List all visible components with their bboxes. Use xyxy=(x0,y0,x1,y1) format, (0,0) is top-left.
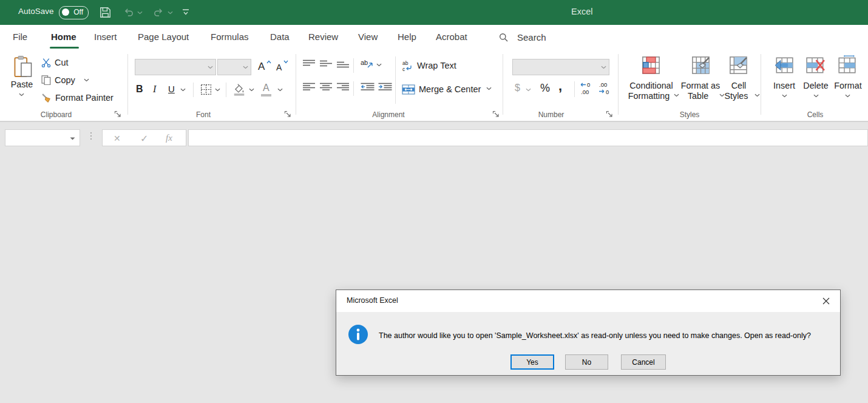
cancel-button[interactable]: Cancel xyxy=(621,354,666,370)
tab-page-layout[interactable]: Page Layout xyxy=(138,32,189,42)
merge-center-button[interactable]: Merge & Center xyxy=(402,82,481,97)
paste-button[interactable]: Paste xyxy=(8,80,35,89)
increase-font-size-button[interactable]: A xyxy=(258,61,265,73)
format-cells-icon[interactable] xyxy=(838,55,856,73)
tab-review[interactable]: Review xyxy=(308,32,338,42)
font-color-bar-icon xyxy=(261,94,271,97)
cancel-entry-icon: ✕ xyxy=(114,134,121,143)
undo-icon xyxy=(123,7,134,18)
insert-cells-icon[interactable] xyxy=(775,57,793,73)
divider xyxy=(226,83,226,97)
borders-dropdown-chevron-icon[interactable] xyxy=(215,88,220,92)
conditional-formatting-icon[interactable] xyxy=(642,56,660,74)
italic-button[interactable]: I xyxy=(153,84,156,95)
toggle-knob-icon xyxy=(62,8,69,16)
cell-styles-chevron-icon xyxy=(754,93,760,97)
format-cells-button[interactable]: Format xyxy=(832,81,864,90)
insert-dropdown-chevron-icon[interactable] xyxy=(782,94,787,98)
tab-acrobat[interactable]: Acrobat xyxy=(436,32,467,42)
format-painter-button[interactable]: Format Painter xyxy=(41,90,114,105)
fill-color-dropdown-chevron-icon[interactable] xyxy=(249,88,254,92)
tab-formulas[interactable]: Formulas xyxy=(211,32,249,42)
accounting-format-button[interactable]: $ xyxy=(515,83,520,93)
orientation-dropdown-chevron-icon[interactable] xyxy=(376,63,382,67)
font-color-dropdown-chevron-icon[interactable] xyxy=(277,88,283,92)
tab-view[interactable]: View xyxy=(358,32,378,42)
save-icon[interactable] xyxy=(100,7,111,18)
font-name-combo[interactable] xyxy=(135,59,216,75)
underline-button[interactable]: U xyxy=(168,84,175,94)
wrap-text-button[interactable]: ab c Wrap Text xyxy=(402,58,456,73)
number-dialog-launcher-icon[interactable] xyxy=(606,110,613,118)
svg-text:ab: ab xyxy=(361,59,368,66)
underline-dropdown-chevron-icon[interactable] xyxy=(180,88,186,92)
ribbon-tab-row: File Home Insert Page Layout Formulas Da… xyxy=(0,25,868,50)
formula-input[interactable] xyxy=(189,130,868,146)
top-align-icon[interactable] xyxy=(302,59,316,68)
decrease-indent-icon[interactable] xyxy=(361,83,375,91)
name-box[interactable] xyxy=(5,129,80,146)
tab-data[interactable]: Data xyxy=(270,32,290,42)
align-center-icon[interactable] xyxy=(319,83,333,91)
formula-bar-resize-handle[interactable] xyxy=(90,132,92,140)
font-color-button[interactable]: A xyxy=(263,83,270,93)
font-dialog-launcher-icon[interactable] xyxy=(284,110,291,118)
bottom-align-icon[interactable] xyxy=(336,59,350,68)
name-box-input[interactable] xyxy=(5,130,97,146)
fill-color-icon[interactable] xyxy=(233,83,245,96)
copy-dropdown-chevron-icon[interactable] xyxy=(84,78,89,82)
delete-cells-icon[interactable] xyxy=(806,57,825,73)
name-box-dropdown-icon[interactable] xyxy=(70,137,75,140)
paste-icon[interactable] xyxy=(13,55,33,78)
caret-up-icon xyxy=(266,60,271,64)
cell-styles-icon[interactable] xyxy=(730,56,747,74)
increase-decimal-icon[interactable]: 0 .00 xyxy=(579,81,595,97)
tab-home[interactable]: Home xyxy=(51,32,76,42)
format-as-table-icon[interactable] xyxy=(692,56,710,74)
clipboard-dialog-launcher-icon[interactable] xyxy=(114,110,121,118)
cell-styles-label-line2[interactable]: Styles xyxy=(713,91,760,101)
customize-quick-access-toolbar-icon[interactable] xyxy=(181,8,190,16)
tab-help[interactable]: Help xyxy=(398,32,416,42)
tab-file[interactable]: File xyxy=(13,32,27,42)
number-format-combo[interactable] xyxy=(512,59,609,75)
delete-cells-button[interactable]: Delete xyxy=(801,81,830,90)
merge-center-dropdown-chevron-icon[interactable] xyxy=(486,87,492,90)
decrease-font-size-button[interactable]: A xyxy=(276,63,282,72)
wrap-text-icon: ab c xyxy=(402,60,413,72)
yes-button[interactable]: Yes xyxy=(510,354,554,370)
middle-align-icon[interactable] xyxy=(319,59,333,68)
dialog-close-button[interactable] xyxy=(817,293,835,309)
no-button[interactable]: No xyxy=(565,354,608,370)
conditional-formatting-label-line2[interactable]: Formatting xyxy=(619,91,679,101)
group-divider xyxy=(127,54,128,115)
font-size-combo[interactable] xyxy=(217,59,251,75)
alignment-dialog-launcher-icon[interactable] xyxy=(492,110,500,118)
delete-dropdown-chevron-icon[interactable] xyxy=(813,94,819,98)
increase-indent-icon[interactable] xyxy=(378,83,392,91)
decrease-decimal-icon[interactable]: .00 0 xyxy=(597,81,613,97)
paste-dropdown-chevron-icon[interactable] xyxy=(19,93,24,97)
accounting-dropdown-chevron-icon[interactable] xyxy=(526,88,531,92)
search-label[interactable]: Search xyxy=(517,32,546,42)
insert-function-icon[interactable]: fx xyxy=(166,133,172,143)
tab-insert[interactable]: Insert xyxy=(94,32,117,42)
cut-button[interactable]: Cut xyxy=(41,55,69,70)
comma-style-button[interactable]: , xyxy=(558,78,562,94)
search-icon[interactable] xyxy=(499,33,509,42)
borders-icon[interactable] xyxy=(200,84,212,95)
chevron-down-icon xyxy=(601,66,606,69)
orientation-icon[interactable]: ab xyxy=(361,58,374,69)
copy-button[interactable]: Copy xyxy=(41,73,89,87)
formula-input-box[interactable] xyxy=(188,129,868,146)
align-right-icon[interactable] xyxy=(336,83,350,91)
percent-style-button[interactable]: % xyxy=(540,82,550,95)
bold-button[interactable]: B xyxy=(136,84,143,95)
cell-styles-button[interactable]: Cell xyxy=(713,81,765,90)
insert-cells-button[interactable]: Insert xyxy=(770,81,799,90)
format-dropdown-chevron-icon[interactable] xyxy=(845,94,850,98)
svg-text:0: 0 xyxy=(587,81,590,88)
info-icon xyxy=(348,324,368,345)
align-left-icon[interactable] xyxy=(302,83,316,91)
autosave-toggle[interactable]: Off xyxy=(59,6,89,19)
